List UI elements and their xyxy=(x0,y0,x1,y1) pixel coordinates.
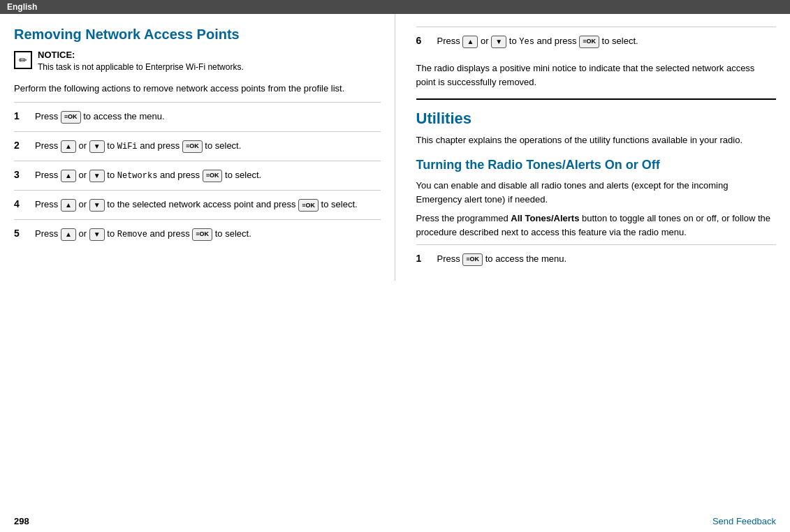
step-2-mid: to xyxy=(107,140,115,151)
btn-down-6: ▼ xyxy=(491,36,506,48)
btn-menu-ok-1: ≡OK xyxy=(61,111,81,124)
step-4-or: or xyxy=(78,199,87,209)
step-6-or: or xyxy=(481,36,489,46)
sub-step-1-content: Press ≡OK to access the menu. xyxy=(437,252,777,267)
btn-ok-sub1: ≡OK xyxy=(462,253,483,266)
step-5-end: to select. xyxy=(215,228,251,239)
step-2-mono: WiFi xyxy=(117,142,138,152)
step-4-mid: to the selected network access point and… xyxy=(107,199,295,209)
left-section-title: Removing Network Access Points xyxy=(14,27,381,43)
step-num-2: 2 xyxy=(14,139,25,151)
language-label: English xyxy=(7,2,37,12)
step-num-3: 3 xyxy=(14,168,25,180)
notice-label: NOTICE: xyxy=(38,50,244,60)
notice-box: NOTICE: This task is not applicable to E… xyxy=(14,50,381,73)
step-2-end: to select. xyxy=(205,140,241,151)
step-3-and: and press xyxy=(160,170,200,180)
sub-step-num-1: 1 xyxy=(416,252,427,264)
btn-ok-2: ≡OK xyxy=(182,140,203,153)
btn-up-6: ▲ xyxy=(462,36,478,48)
step-6-mid: to xyxy=(509,36,517,46)
step-4-end: to select. xyxy=(321,199,358,209)
btn-up-3: ▲ xyxy=(61,170,76,182)
step-6-note: The radio displays a positive mini notic… xyxy=(416,61,777,100)
step-4-content: Press ▲ or ▼ to the selected network acc… xyxy=(35,198,381,212)
step-4: 4 Press ▲ or ▼ to the selected network a… xyxy=(14,190,381,219)
btn-up-5: ▲ xyxy=(61,228,76,241)
step-6-before: Press xyxy=(437,36,460,46)
notice-text: This task is not applicable to Enterpris… xyxy=(38,61,244,73)
step-5: 5 Press ▲ or ▼ to Remove and press ≡OK t… xyxy=(14,219,381,249)
tones-para2: Press the programmed All Tones/Alerts bu… xyxy=(416,212,777,239)
step-num-1: 1 xyxy=(14,110,25,121)
send-feedback-link[interactable]: Send Feedback xyxy=(712,516,776,526)
left-column: Removing Network Access Points NOTICE: T… xyxy=(0,14,395,281)
btn-up-2: ▲ xyxy=(61,140,76,153)
tones-bold: All Tones/Alerts xyxy=(511,213,579,223)
step-6-row: 6 Press ▲ or ▼ to Yes and press ≡OK to s… xyxy=(416,27,777,56)
step-1-text-before: Press xyxy=(35,111,58,121)
step-2-or: or xyxy=(78,140,87,151)
step-5-before: Press xyxy=(35,228,58,239)
footer-page: 298 xyxy=(14,516,29,526)
step-num-4: 4 xyxy=(14,198,25,209)
notice-content: NOTICE: This task is not applicable to E… xyxy=(38,50,244,73)
step-3-or: or xyxy=(78,170,87,180)
step-2-content: Press ▲ or ▼ to WiFi and press ≡OK to se… xyxy=(35,139,381,154)
language-bar: English xyxy=(0,0,790,14)
step-5-mid: to xyxy=(107,228,115,239)
tones-para1: You can enable and disable all radio ton… xyxy=(416,179,777,206)
step-6-and: and press xyxy=(537,36,577,46)
step-3-content: Press ▲ or ▼ to Networks and press ≡OK t… xyxy=(35,168,381,183)
utilities-title: Utilities xyxy=(416,110,777,128)
step-5-and: and press xyxy=(150,228,190,239)
btn-down-3: ▼ xyxy=(89,170,105,182)
step-2-before: Press xyxy=(35,140,58,151)
notice-icon xyxy=(14,51,32,69)
step-3-before: Press xyxy=(35,170,58,180)
utilities-section: Utilities This chapter explains the oper… xyxy=(416,110,777,274)
sub-step-1-after: to access the menu. xyxy=(485,253,566,264)
step-num-6: 6 xyxy=(416,34,427,49)
step-6-section: 6 Press ▲ or ▼ to Yes and press ≡OK to s… xyxy=(416,27,777,100)
btn-down-2: ▼ xyxy=(89,140,105,153)
step-5-or: or xyxy=(78,228,87,239)
btn-down-5: ▼ xyxy=(89,228,105,241)
tones-para2-before: Press the programmed xyxy=(416,213,509,223)
btn-down-4: ▼ xyxy=(89,199,105,212)
step-2: 2 Press ▲ or ▼ to WiFi and press ≡OK to … xyxy=(14,131,381,161)
step-4-before: Press xyxy=(35,199,58,209)
btn-ok-3: ≡OK xyxy=(203,170,223,182)
step-6-end: to select. xyxy=(602,36,638,46)
btn-ok-5: ≡OK xyxy=(192,228,212,241)
btn-ok-4: ≡OK xyxy=(298,199,319,212)
btn-up-4: ▲ xyxy=(61,199,76,212)
step-1: 1 Press ≡OK to access the menu. xyxy=(14,102,381,131)
step-3-end: to select. xyxy=(225,170,261,180)
step-6-content: Press ▲ or ▼ to Yes and press ≡OK to sel… xyxy=(437,34,777,49)
footer: 298 Send Feedback xyxy=(0,516,790,526)
step-num-5: 5 xyxy=(14,227,25,239)
step-list: 1 Press ≡OK to access the menu. 2 Press … xyxy=(14,102,381,249)
right-column: 6 Press ▲ or ▼ to Yes and press ≡OK to s… xyxy=(395,14,791,281)
utilities-intro: This chapter explains the operations of … xyxy=(416,133,777,147)
step-3: 3 Press ▲ or ▼ to Networks and press ≡OK… xyxy=(14,161,381,190)
step-3-mono: Networks xyxy=(117,171,158,181)
step-6-mono: Yes xyxy=(519,37,534,47)
step-2-and: and press xyxy=(140,140,180,151)
step-5-content: Press ▲ or ▼ to Remove and press ≡OK to … xyxy=(35,227,381,242)
sub-step-list: 1 Press ≡OK to access the menu. xyxy=(416,244,777,274)
step-3-mid: to xyxy=(107,170,115,180)
btn-ok-6: ≡OK xyxy=(579,36,599,48)
step-1-content: Press ≡OK to access the menu. xyxy=(35,110,381,124)
intro-text: Perform the following actions to remove … xyxy=(14,82,381,96)
step-1-text-after: to access the menu. xyxy=(83,111,164,121)
sub-step-1: 1 Press ≡OK to access the menu. xyxy=(416,244,777,274)
step-5-mono: Remove xyxy=(117,230,147,239)
sub-step-1-before: Press xyxy=(437,253,460,264)
tones-title: Turning the Radio Tones/Alerts On or Off xyxy=(416,157,777,173)
